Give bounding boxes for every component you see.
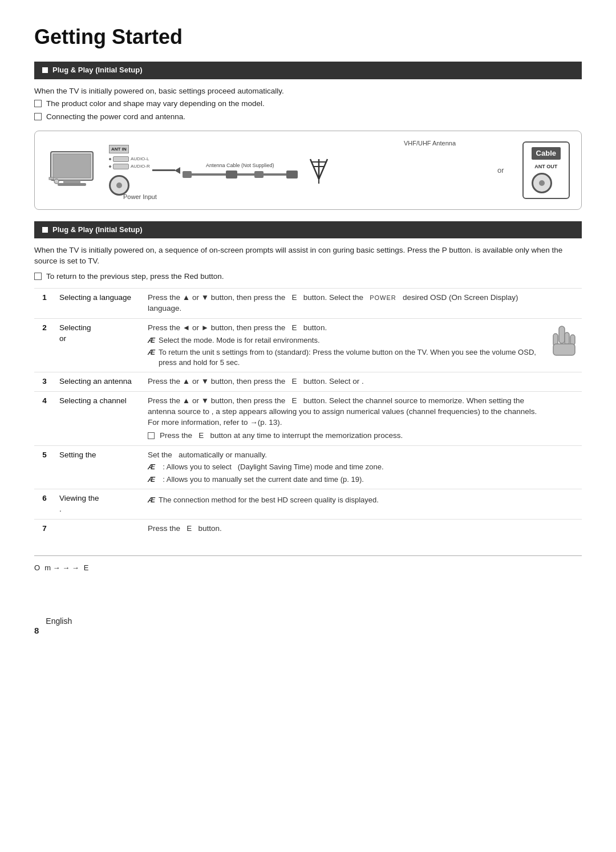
- svg-rect-3: [58, 183, 86, 186]
- table-row: 1 Selecting a language Press the ▲ or ▼ …: [34, 288, 582, 318]
- e-footer-label: E: [84, 563, 89, 573]
- step-number-5: 5: [34, 445, 55, 489]
- page-title: Getting Started: [34, 23, 582, 51]
- antenna-cable-label: Antenna Cable (Not Supplied): [206, 162, 274, 169]
- ant-out-label: ANT OUT: [532, 163, 561, 171]
- section2-bar: Plug & Play (Initial Setup): [34, 221, 582, 238]
- svg-rect-12: [559, 326, 565, 343]
- step-title-2: Selectingor: [55, 318, 143, 372]
- checkbox2: [34, 113, 42, 120]
- step-number-1: 1: [34, 288, 55, 318]
- svg-point-4: [54, 179, 59, 184]
- svg-rect-2: [63, 180, 80, 183]
- step-title-4: Selecting a channel: [55, 392, 143, 446]
- svg-rect-14: [565, 332, 569, 345]
- step-title-1: Selecting a language: [55, 288, 143, 318]
- cable-box-label: Cable: [532, 147, 561, 160]
- step-title-5: Setting the: [55, 445, 143, 489]
- step-number-3: 3: [34, 372, 55, 392]
- checkbox1: [34, 100, 42, 107]
- connector-area: ANT IN AUDIO-L AUDIO-R: [109, 145, 479, 196]
- section1-intro: When the TV is initially powered on, bas…: [34, 86, 582, 97]
- footer-nav: O m → → → E: [34, 555, 582, 573]
- step-desc-3: Press the ▲ or ▼ button, then press the …: [143, 372, 544, 392]
- language-label: English: [46, 616, 72, 627]
- svg-rect-1: [53, 154, 91, 178]
- section1-note1: The product color and shape may vary dep…: [34, 99, 582, 109]
- ant-out-connector: [532, 173, 552, 193]
- table-row: 7 Press the E button.: [34, 519, 582, 538]
- menu-path: m → → →: [44, 563, 79, 573]
- checkbox-inline-4: [148, 432, 155, 439]
- checkbox3: [34, 273, 42, 280]
- step-desc-2: Press the ◄ or ► button, then press the …: [143, 318, 544, 372]
- step-number-6: 6: [34, 489, 55, 519]
- section1-note2: Connecting the power cord and antenna.: [34, 112, 582, 123]
- table-row: 2 Selectingor Press the ◄ or ► button, t…: [34, 318, 582, 372]
- step-number-2: 2: [34, 318, 55, 372]
- step-title-6: Viewing the.: [55, 489, 143, 519]
- step-title-7: [55, 519, 143, 538]
- bar-icon2: [42, 227, 48, 233]
- power-input-label: Power Input: [123, 193, 157, 201]
- step-desc-1: Press the ▲ or ▼ button, then press the …: [143, 288, 544, 318]
- table-row: 3 Selecting an antenna Press the ▲ or ▼ …: [34, 372, 582, 392]
- table-row: 4 Selecting a channel Press the ▲ or ▼ b…: [34, 392, 582, 446]
- page-number: 8: [34, 624, 39, 636]
- page-footer: 8 English: [34, 607, 582, 636]
- steps-table: 1 Selecting a language Press the ▲ or ▼ …: [34, 288, 582, 538]
- section2-bar-label: Plug & Play (Initial Setup): [52, 225, 142, 235]
- table-row: 5 Setting the Set the automatically or m…: [34, 445, 582, 489]
- cable-box: Cable ANT OUT: [522, 141, 570, 199]
- step-desc-5: Set the automatically or manually. Æ : A…: [143, 445, 544, 489]
- section1-bar-label: Plug & Play (Initial Setup): [52, 65, 142, 75]
- tv-illustration: [46, 149, 98, 192]
- step-desc-4: Press the ▲ or ▼ button, then press the …: [143, 392, 544, 446]
- hand-icon: [549, 323, 577, 363]
- step-number-7: 7: [34, 519, 55, 538]
- step-desc-6: ÆThe connection method for the best HD s…: [143, 489, 544, 519]
- bar-icon: [42, 67, 48, 73]
- step-number-4: 4: [34, 392, 55, 446]
- connection-diagram: VHF/UHF Antenna ANT IN AUDIO-L AUD: [34, 131, 582, 210]
- vhf-label: VHF/UHF Antenna: [404, 139, 456, 148]
- section2-note: To return to the previous step, press th…: [34, 271, 582, 282]
- step-title-3: Selecting an antenna: [55, 372, 143, 392]
- table-row: 6 Viewing the. ÆThe connection method fo…: [34, 489, 582, 519]
- step-desc-7: Press the E button.: [143, 519, 544, 538]
- section1-bar: Plug & Play (Initial Setup): [34, 62, 582, 79]
- or-text: or: [497, 165, 504, 176]
- svg-rect-5: [49, 177, 54, 180]
- section2-intro: When the TV is initially powered on, a s…: [34, 245, 582, 267]
- ant-in-label: ANT IN: [109, 145, 129, 153]
- svg-rect-16: [553, 344, 575, 355]
- antenna-symbol: [305, 156, 333, 185]
- circle-label: O: [34, 563, 40, 573]
